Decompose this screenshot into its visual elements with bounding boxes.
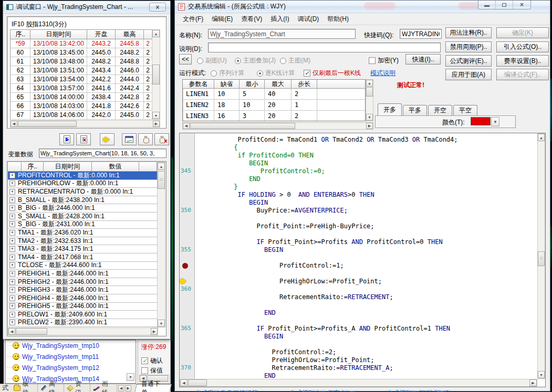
usage-note-button[interactable]: 用法注释(R)..: [445, 27, 492, 38]
code-line[interactable]: ProfitControl:=2;: [196, 348, 537, 356]
expand-plus-icon[interactable]: +: [9, 303, 15, 309]
var-data-value[interactable]: Wjy_TradingSystem_Chart(10, 18, 16, 50, …: [39, 149, 166, 158]
code-line[interactable]: END: [196, 175, 537, 183]
code-line[interactable]: [196, 230, 537, 238]
code-line[interactable]: BEGIN: [196, 246, 537, 254]
minimize-button[interactable]: ▬: [478, 1, 496, 9]
code-line[interactable]: ProfitCond:= TmaCond1 OR TmaCond2 OR Tma…: [196, 136, 537, 144]
help-link[interactable]: 公式系统常见问题解答: [195, 389, 258, 392]
code-line[interactable]: [196, 317, 537, 325]
expand-plus-icon[interactable]: +: [9, 255, 15, 260]
import-formula-button[interactable]: 引入公式(O)..: [496, 41, 549, 52]
debug-run-button[interactable]: [59, 133, 74, 145]
bottom-tab-资讯[interactable]: 资讯: [64, 384, 90, 392]
price-row[interactable]: 6313/10/08 13:54:002442.22444.02: [11, 75, 152, 84]
variable-row[interactable]: +B_SMALL - 最新:2438.200 In:1: [8, 196, 157, 205]
code-line[interactable]: PreHighOrLow:=Profit_Point;: [196, 278, 537, 285]
menu-item[interactable]: 查看(V): [237, 13, 266, 25]
code-line[interactable]: [196, 301, 537, 309]
variable-list-vscrollbar[interactable]: ▲ ▼: [157, 162, 165, 327]
price-row[interactable]: 6013/10/08 13:45:002445.02448.22: [11, 48, 152, 57]
price-table-hscrollbar[interactable]: ◀ ▶: [10, 120, 160, 128]
expand-plus-icon[interactable]: +: [9, 214, 15, 219]
param-table-hscrollbar[interactable]: ◀ ▶: [182, 122, 373, 130]
radio-subchart[interactable]: 副图(U): [197, 56, 227, 65]
refresh-last-checkbox[interactable]: ✓仅刷最后一根K线: [304, 69, 361, 78]
variable-row[interactable]: +PREHIGH5 - 最新:2446.000 In:1: [8, 303, 157, 311]
close-button[interactable]: ×: [513, 1, 530, 9]
debug-stop-button[interactable]: ×: [76, 133, 91, 145]
variable-row[interactable]: +PREHIGH1 - 最新:2446.000 In:1: [8, 270, 157, 278]
partial-tab[interactable]: 式: [0, 384, 11, 392]
variable-row[interactable]: +TMA4 - 最新:2417.068 In:1: [8, 253, 157, 262]
encrypt-checkbox[interactable]: 加密(Y): [369, 56, 399, 65]
variable-row[interactable]: +TCLOSE - 最新:2444.600 In:1: [8, 262, 157, 270]
variable-row[interactable]: +PRELOW1 - 最新:2409.600 In:1: [8, 311, 157, 319]
code-line[interactable]: END: [196, 372, 537, 379]
mode-help-link[interactable]: 模式说明: [370, 69, 395, 78]
price-row[interactable]: 6113/10/08 13:48:002448.22448.82: [11, 57, 152, 66]
expand-plus-icon[interactable]: +: [9, 205, 15, 211]
signal-tab-1[interactable]: 开多: [378, 103, 402, 115]
tree-item[interactable]: Wjy_TradingSystem_tmp11: [5, 351, 136, 362]
help-link[interactable]: 公式模型中如何定义Lot: [289, 389, 355, 392]
radio-overlay[interactable]: 主图叠加(J): [235, 56, 276, 65]
apply-to-chart-button[interactable]: 应用于图(A): [445, 69, 492, 80]
editor-titlebar[interactable]: 交易系统编辑 - (所属公式组 : WJY) ▬ ×: [175, 1, 550, 13]
price-row[interactable]: 6413/10/08 13:57:002441.62442.42: [11, 84, 152, 93]
code-line[interactable]: BEGIN: [196, 160, 537, 167]
expand-plus-icon[interactable]: +: [9, 295, 15, 301]
evaluate-button[interactable]: 公式测评(E)..: [445, 55, 492, 67]
expand-plus-icon[interactable]: +: [9, 271, 15, 277]
code-line[interactable]: }: [196, 183, 537, 191]
variable-row[interactable]: +TMA1 - 最新:2436.020 In:1: [8, 229, 157, 237]
expand-plus-icon[interactable]: +: [9, 221, 15, 227]
help-link[interactable]: 公式模型如何调试数组: [387, 389, 450, 392]
expand-plus-icon[interactable]: +: [9, 320, 15, 325]
param-table-vscrollbar[interactable]: ▲ ▼: [366, 79, 373, 121]
bottom-tab-高级[interactable]: 高级: [38, 384, 64, 392]
param-row[interactable]: LINEN1105402: [183, 89, 365, 100]
code-line[interactable]: IF Profit_Point>=Profits AND ProfitContr…: [196, 238, 537, 246]
variable-row[interactable]: +S_BIG - 最新:2431.000 In:1: [8, 221, 157, 229]
compile-button[interactable]: 编译公式(F)..: [496, 69, 549, 80]
variable-row[interactable]: +PREHIGH4 - 最新:2446.000 In:1: [8, 294, 157, 303]
price-row[interactable]: 6513/10/08 14:00:002438.42442.82: [11, 93, 152, 102]
menu-item[interactable]: 编辑(E): [207, 13, 237, 25]
variable-list[interactable]: +PROFITCONTROL - 最新:0.000 In:1+PREHIGHOR…: [8, 172, 157, 327]
tab-scroll-right-button[interactable]: ▶: [125, 385, 131, 391]
ok-button[interactable]: 确定(K): [496, 27, 549, 38]
param-row[interactable]: LINEN3163202: [183, 111, 365, 121]
variable-row[interactable]: +PREHIGH2 - 最新:2446.000 In:1: [8, 278, 157, 287]
menu-item[interactable]: 帮助(H): [323, 13, 353, 25]
code-line[interactable]: {: [196, 144, 537, 152]
expand-plus-icon[interactable]: +: [9, 197, 15, 203]
code-line[interactable]: [196, 341, 537, 348]
menu-item[interactable]: 插入(I): [266, 13, 293, 25]
fee-settings-button[interactable]: 费率设置(B)..: [496, 55, 549, 67]
radio-series-calc[interactable]: 序列计算: [211, 69, 244, 78]
variable-row[interactable]: +PREHIGHORLOW - 最新:0.000 In:1: [8, 180, 157, 188]
radio-perbar-calc[interactable]: 逐K线计算: [257, 69, 295, 78]
tab-scroll-left-button[interactable]: ◀: [118, 385, 124, 391]
price-table-vscrollbar[interactable]: ▲ ▼: [152, 29, 160, 120]
variable-row[interactable]: +PRELOW2 - 最新:2390.400 In:1: [8, 319, 157, 327]
order-mode-tab[interactable]: 普通下单: [134, 384, 171, 392]
code-line[interactable]: [196, 215, 537, 223]
color-dropdown-button[interactable]: ▼: [491, 117, 499, 126]
quick-button[interactable]: 快速(I)..: [405, 54, 441, 65]
debug-pause-button[interactable]: [138, 133, 153, 145]
debug-titlebar[interactable]: 调试窗口 - Wjy_TradingSystem_Chart - ... ×: [3, 1, 170, 14]
param-row[interactable]: LINEN21810201: [183, 100, 365, 111]
expand-plus-icon[interactable]: +: [9, 279, 15, 285]
expand-plus-icon[interactable]: +: [9, 287, 15, 293]
maximize-button[interactable]: [496, 1, 513, 9]
confirm-checkbox[interactable]: ✓确认: [141, 356, 163, 365]
expand-plus-icon[interactable]: +: [9, 181, 15, 186]
variable-row[interactable]: +PREHIGH3 - 最新:2446.000 In:1: [8, 286, 157, 294]
code-line[interactable]: [196, 285, 537, 293]
code-line[interactable]: BEGIN: [196, 199, 537, 207]
code-editor[interactable]: 345350355360365370 ProfitCond:= TmaCond1…: [179, 133, 546, 387]
menu-item[interactable]: 调试(D): [294, 13, 324, 25]
variable-row[interactable]: +TMA3 - 最新:2434.175 In:1: [8, 245, 157, 253]
